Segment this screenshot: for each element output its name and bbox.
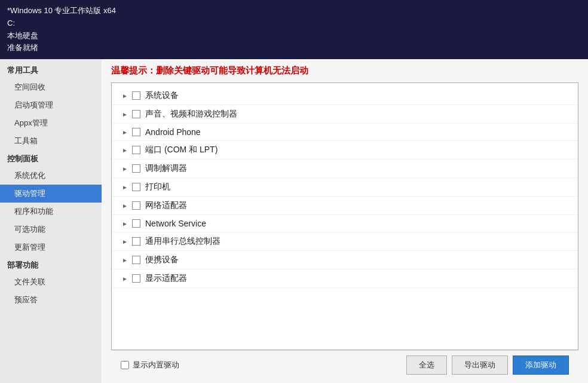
driver-list-scroll[interactable]: ► 系统设备 ► 声音、视频和游戏控制器 ► Android Phone ► (112, 83, 578, 350)
checkbox-com-port[interactable] (132, 146, 140, 154)
status-label: 准备就绪 (7, 42, 581, 54)
sidebar-item-toolbox[interactable]: 工具箱 (0, 132, 102, 150)
expand-arrow-sys-devices: ► (121, 92, 128, 99)
driver-item-audio-video[interactable]: ► 声音、视频和游戏控制器 (112, 105, 578, 124)
content-area: 温馨提示：删除关键驱动可能导致计算机无法启动 ► 系统设备 ► 声音、视频和游戏… (102, 59, 588, 383)
export-driver-button[interactable]: 导出驱动 (452, 356, 508, 375)
checkbox-usb-controller[interactable] (132, 237, 140, 246)
checkbox-display-adapter[interactable] (132, 274, 140, 283)
driver-label-com-port: 端口 (COM 和 LPT) (145, 145, 218, 155)
expand-arrow-modem: ► (121, 165, 128, 172)
select-all-button[interactable]: 全选 (406, 356, 447, 375)
drive-label: C: (7, 17, 581, 30)
driver-label-printer: 打印机 (145, 182, 170, 192)
show-internal-checkbox[interactable] (121, 361, 129, 369)
sidebar-section-deploy: 部署功能 (0, 256, 102, 273)
driver-item-display-adapter[interactable]: ► 显示适配器 (112, 269, 578, 288)
driver-label-usb-controller: 通用串行总线控制器 (145, 236, 220, 247)
expand-arrow-network-service: ► (121, 220, 128, 227)
sidebar-item-boot-manage[interactable]: 启动项管理 (0, 96, 102, 114)
driver-label-sys-devices: 系统设备 (145, 90, 179, 101)
show-internal-driver-option[interactable]: 显示内置驱动 (121, 360, 179, 370)
checkbox-sys-devices[interactable] (132, 91, 140, 100)
warning-text: 温馨提示：删除关键驱动可能导致计算机无法启动 (111, 65, 578, 76)
expand-arrow-network-adapter: ► (121, 202, 128, 209)
show-internal-label: 显示内置驱动 (133, 360, 179, 370)
driver-label-network-service: Network Service (145, 219, 206, 228)
sidebar-item-appx-manage[interactable]: Appx管理 (0, 114, 102, 132)
driver-item-portable-devices[interactable]: ► 便携设备 (112, 251, 578, 269)
driver-label-portable-devices: 便携设备 (145, 255, 179, 265)
driver-item-network-service[interactable]: ► Network Service (112, 215, 578, 232)
checkbox-portable-devices[interactable] (132, 256, 140, 264)
top-header: *Windows 10 专业工作站版 x64 C: 本地硬盘 准备就绪 (0, 0, 588, 59)
disk-label: 本地硬盘 (7, 30, 581, 42)
main-layout: 常用工具 空间回收 启动项管理 Appx管理 工具箱 控制面板 系统优化 驱动管… (0, 59, 588, 383)
checkbox-printer[interactable] (132, 183, 140, 191)
checkbox-modem[interactable] (132, 164, 140, 173)
sidebar-item-programs[interactable]: 程序和功能 (0, 203, 102, 220)
driver-list-container: ► 系统设备 ► 声音、视频和游戏控制器 ► Android Phone ► (111, 82, 578, 350)
expand-arrow-audio-video: ► (121, 111, 128, 118)
expand-arrow-usb-controller: ► (121, 238, 128, 245)
sidebar-item-update-manage[interactable]: 更新管理 (0, 238, 102, 256)
expand-arrow-display-adapter: ► (121, 275, 128, 282)
expand-arrow-com-port: ► (121, 146, 128, 154)
sidebar: 常用工具 空间回收 启动项管理 Appx管理 工具箱 控制面板 系统优化 驱动管… (0, 59, 102, 383)
checkbox-audio-video[interactable] (132, 110, 140, 118)
sidebar-item-space-recycle[interactable]: 空间回收 (0, 78, 102, 96)
driver-label-android-phone: Android Phone (145, 127, 201, 137)
sidebar-item-driver-manage[interactable]: 驱动管理 (0, 185, 102, 203)
bottom-bar: 显示内置驱动 全选 导出驱动 添加驱动 (111, 350, 578, 379)
driver-item-sys-devices[interactable]: ► 系统设备 (112, 87, 578, 105)
checkbox-network-adapter[interactable] (132, 201, 140, 210)
driver-item-usb-controller[interactable]: ► 通用串行总线控制器 (112, 232, 578, 251)
add-driver-button[interactable]: 添加驱动 (513, 356, 569, 375)
driver-label-modem: 调制解调器 (145, 163, 187, 174)
sidebar-item-file-assoc[interactable]: 文件关联 (0, 273, 102, 291)
sidebar-item-optional-features[interactable]: 可选功能 (0, 220, 102, 238)
checkbox-android-phone[interactable] (132, 128, 140, 136)
sidebar-section-common-tools: 常用工具 (0, 62, 102, 78)
driver-item-printer[interactable]: ► 打印机 (112, 178, 578, 197)
sidebar-item-sys-optimize[interactable]: 系统优化 (0, 167, 102, 185)
expand-arrow-android-phone: ► (121, 128, 128, 136)
driver-item-android-phone[interactable]: ► Android Phone (112, 124, 578, 141)
driver-item-com-port[interactable]: ► 端口 (COM 和 LPT) (112, 141, 578, 160)
driver-item-modem[interactable]: ► 调制解调器 (112, 160, 578, 178)
driver-item-network-adapter[interactable]: ► 网络适配器 (112, 197, 578, 215)
checkbox-network-service[interactable] (132, 219, 140, 228)
sidebar-section-control-panel: 控制面板 (0, 150, 102, 167)
driver-label-network-adapter: 网络适配器 (145, 200, 187, 211)
bottom-buttons: 全选 导出驱动 添加驱动 (406, 356, 569, 375)
expand-arrow-printer: ► (121, 183, 128, 191)
driver-label-display-adapter: 显示适配器 (145, 273, 187, 284)
expand-arrow-portable-devices: ► (121, 256, 128, 263)
driver-label-audio-video: 声音、视频和游戏控制器 (145, 109, 237, 120)
sidebar-item-presets[interactable]: 预应答 (0, 291, 102, 309)
os-title: *Windows 10 专业工作站版 x64 (7, 5, 581, 17)
